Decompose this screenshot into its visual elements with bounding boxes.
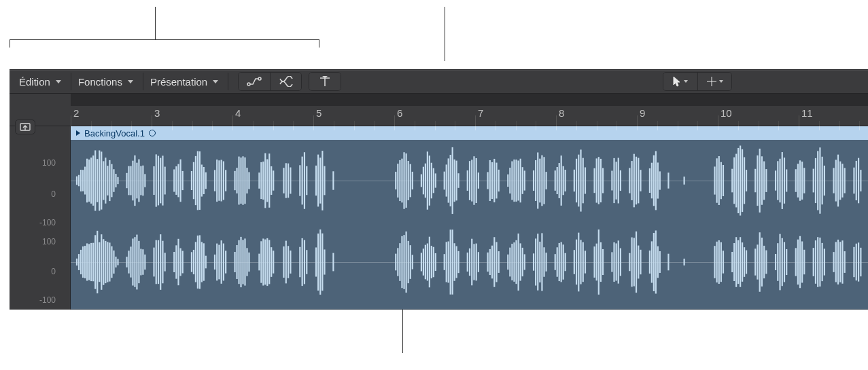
beat-tick: [839, 126, 840, 130]
chevron-down-icon: [719, 80, 723, 83]
flex-icon: [279, 76, 294, 87]
automation-icon: [246, 76, 262, 87]
menu-group: Édition Fonctions Présentation: [12, 73, 228, 90]
db-label: -100: [39, 219, 56, 227]
separator: [228, 73, 228, 90]
menu-functions-label: Fonctions: [78, 76, 122, 88]
beat-tick: [455, 126, 455, 130]
pointer-icon: [673, 76, 681, 87]
chevron-down-icon: [213, 80, 218, 84]
beat-tick: [799, 126, 799, 130]
beat-tick: [313, 126, 314, 130]
beat-tick: [212, 126, 213, 130]
beat-tick: [536, 126, 536, 130]
chevron-down-icon: [128, 80, 133, 84]
callout-menus-h: [10, 39, 319, 40]
beat-tick: [637, 126, 638, 130]
loop-indicator-icon: [149, 130, 156, 136]
beat-tick: [516, 126, 517, 130]
waveform-area[interactable]: [71, 140, 868, 303]
tool-selector-group: [663, 72, 732, 91]
beat-tick: [576, 126, 577, 130]
automation-button[interactable]: [239, 73, 270, 90]
bar-numbers: 234567891011: [71, 106, 868, 126]
audio-region[interactable]: BackingVocal.1: [71, 126, 868, 310]
beat-tick: [415, 126, 415, 130]
menu-view[interactable]: Présentation: [143, 73, 228, 90]
region-header[interactable]: BackingVocal.1: [71, 126, 868, 140]
catch-group: [309, 72, 341, 91]
callout-menus-vc: [155, 7, 156, 39]
callout-menus-vr: [319, 39, 319, 48]
beat-tick: [232, 126, 233, 130]
menu-functions[interactable]: Fonctions: [71, 73, 143, 90]
db-label: -100: [39, 296, 56, 304]
svg-point-1: [258, 77, 261, 80]
beat-tick: [192, 126, 193, 130]
automation-flex-group: [238, 72, 302, 91]
db-label: 100: [42, 159, 56, 167]
db-label: 0: [51, 190, 56, 198]
beat-tick: [293, 126, 294, 130]
beat-tick: [394, 126, 395, 130]
editor-toolbar: Édition Fonctions Présentation: [10, 69, 868, 94]
beat-tick: [556, 126, 557, 130]
beat-tick: [475, 126, 476, 130]
menu-edit-label: Édition: [19, 76, 50, 88]
beat-tick: [718, 126, 718, 130]
region-name: BackingVocal.1: [84, 128, 145, 138]
cycle-strip[interactable]: [71, 94, 868, 106]
crosshair-icon: [707, 77, 716, 86]
menu-view-label: Présentation: [150, 76, 207, 88]
beat-tick: [172, 126, 173, 130]
chevron-down-icon: [56, 80, 61, 84]
beat-tick: [91, 126, 92, 130]
beat-tick: [131, 126, 132, 130]
waveform: [71, 140, 868, 303]
beat-tick: [759, 126, 759, 130]
catch-playhead-button[interactable]: [309, 73, 341, 90]
beat-tick: [738, 126, 739, 130]
inspector-toggle-button[interactable]: [15, 119, 35, 134]
beat-tick: [111, 126, 112, 130]
flex-button[interactable]: [270, 73, 301, 90]
beat-tick: [273, 126, 274, 130]
menu-edit[interactable]: Édition: [12, 73, 71, 90]
beat-tick: [374, 126, 375, 130]
beat-tick: [152, 126, 152, 130]
beat-tick: [678, 126, 678, 130]
chevron-down-icon: [684, 80, 688, 83]
beat-tick: [496, 126, 496, 130]
db-label: 100: [42, 238, 56, 246]
callout-playhead-v: [445, 7, 445, 61]
beat-tick: [597, 126, 597, 130]
beat-tick: [859, 126, 860, 130]
inspector-icon: [20, 123, 31, 131]
beat-tick: [819, 126, 820, 130]
svg-point-0: [247, 83, 250, 86]
callout-menus-vl: [10, 39, 10, 48]
beat-tick: [354, 126, 355, 130]
beat-tick: [697, 126, 698, 130]
beat-tick: [657, 126, 658, 130]
bar-ruler[interactable]: 234567891011: [10, 94, 868, 126]
beat-tick: [617, 126, 617, 130]
play-icon: [76, 130, 80, 136]
beat-tick: [71, 126, 71, 130]
beat-tick: [778, 126, 779, 130]
cmd-click-tool[interactable]: [697, 73, 731, 90]
db-label: 0: [51, 267, 56, 276]
beat-tick: [334, 126, 334, 130]
left-click-tool[interactable]: [663, 73, 697, 90]
beat-tick: [253, 126, 254, 130]
beat-tick: [435, 126, 436, 130]
catch-playhead-icon: [319, 75, 331, 88]
